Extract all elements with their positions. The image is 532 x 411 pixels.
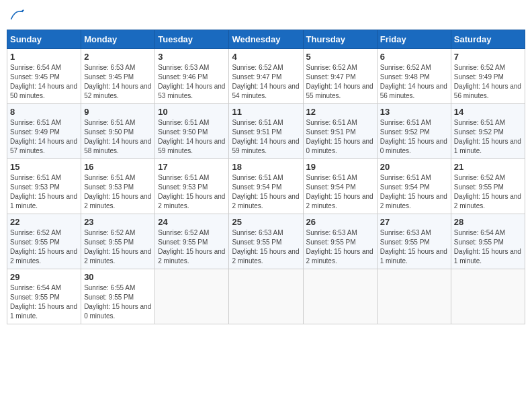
day-number: 30 [84,272,152,282]
calendar-cell: 26 Sunrise: 6:53 AM Sunset: 9:55 PM Dayl… [303,214,377,269]
day-number: 7 [454,52,522,62]
calendar-cell: 25 Sunrise: 6:53 AM Sunset: 9:55 PM Dayl… [229,214,303,269]
day-number: 11 [232,107,300,117]
day-info: Sunrise: 6:53 AM Sunset: 9:55 PM Dayligh… [232,228,300,266]
calendar-cell [451,269,525,324]
header-wednesday: Wednesday [229,30,303,49]
day-info: Sunrise: 6:52 AM Sunset: 9:55 PM Dayligh… [84,228,152,266]
day-number: 5 [306,52,374,62]
day-number: 20 [380,162,448,172]
calendar-cell: 15 Sunrise: 6:51 AM Sunset: 9:53 PM Dayl… [7,159,81,214]
calendar-cell: 5 Sunrise: 6:52 AM Sunset: 9:47 PM Dayli… [303,49,377,104]
day-number: 24 [158,217,226,227]
page-header [7,7,525,24]
day-number: 23 [84,217,152,227]
day-info: Sunrise: 6:51 AM Sunset: 9:50 PM Dayligh… [158,118,226,156]
calendar-cell: 17 Sunrise: 6:51 AM Sunset: 9:53 PM Dayl… [155,159,229,214]
calendar-week-2: 8 Sunrise: 6:51 AM Sunset: 9:49 PM Dayli… [7,104,525,159]
day-number: 25 [232,217,300,227]
day-info: Sunrise: 6:51 AM Sunset: 9:51 PM Dayligh… [232,118,300,156]
day-number: 21 [454,162,522,172]
day-number: 28 [454,217,522,227]
calendar-cell [377,269,451,324]
calendar-cell: 4 Sunrise: 6:52 AM Sunset: 9:47 PM Dayli… [229,49,303,104]
calendar-cell: 8 Sunrise: 6:51 AM Sunset: 9:49 PM Dayli… [7,104,81,159]
day-info: Sunrise: 6:51 AM Sunset: 9:50 PM Dayligh… [84,118,152,156]
calendar-cell: 16 Sunrise: 6:51 AM Sunset: 9:53 PM Dayl… [81,159,155,214]
calendar-cell: 10 Sunrise: 6:51 AM Sunset: 9:50 PM Dayl… [155,104,229,159]
calendar-cell: 30 Sunrise: 6:55 AM Sunset: 9:55 PM Dayl… [81,269,155,324]
calendar-cell: 2 Sunrise: 6:53 AM Sunset: 9:45 PM Dayli… [81,49,155,104]
header-friday: Friday [377,30,451,49]
calendar-cell: 27 Sunrise: 6:53 AM Sunset: 9:55 PM Dayl… [377,214,451,269]
day-info: Sunrise: 6:52 AM Sunset: 9:55 PM Dayligh… [454,173,522,211]
day-number: 17 [158,162,226,172]
day-info: Sunrise: 6:53 AM Sunset: 9:55 PM Dayligh… [306,228,374,266]
calendar-cell: 12 Sunrise: 6:51 AM Sunset: 9:51 PM Dayl… [303,104,377,159]
calendar-week-3: 15 Sunrise: 6:51 AM Sunset: 9:53 PM Dayl… [7,159,525,214]
day-number: 6 [380,52,448,62]
day-number: 16 [84,162,152,172]
calendar-cell: 20 Sunrise: 6:51 AM Sunset: 9:54 PM Dayl… [377,159,451,214]
day-info: Sunrise: 6:54 AM Sunset: 9:45 PM Dayligh… [10,63,78,101]
day-number: 29 [10,272,78,282]
day-number: 18 [232,162,300,172]
header-sunday: Sunday [7,30,81,49]
day-info: Sunrise: 6:52 AM Sunset: 9:55 PM Dayligh… [10,228,78,266]
calendar-cell: 14 Sunrise: 6:51 AM Sunset: 9:52 PM Dayl… [451,104,525,159]
calendar-header-row: SundayMondayTuesdayWednesdayThursdayFrid… [7,30,525,49]
day-number: 1 [10,52,78,62]
day-info: Sunrise: 6:55 AM Sunset: 9:55 PM Dayligh… [84,283,152,321]
day-number: 27 [380,217,448,227]
day-number: 22 [10,217,78,227]
day-number: 14 [454,107,522,117]
calendar-cell: 13 Sunrise: 6:51 AM Sunset: 9:52 PM Dayl… [377,104,451,159]
day-info: Sunrise: 6:54 AM Sunset: 9:55 PM Dayligh… [10,283,78,321]
day-number: 12 [306,107,374,117]
calendar-cell: 6 Sunrise: 6:52 AM Sunset: 9:48 PM Dayli… [377,49,451,104]
day-number: 3 [158,52,226,62]
day-info: Sunrise: 6:54 AM Sunset: 9:55 PM Dayligh… [454,228,522,266]
calendar-cell: 19 Sunrise: 6:51 AM Sunset: 9:54 PM Dayl… [303,159,377,214]
day-number: 26 [306,217,374,227]
day-info: Sunrise: 6:51 AM Sunset: 9:53 PM Dayligh… [84,173,152,211]
day-info: Sunrise: 6:52 AM Sunset: 9:47 PM Dayligh… [306,63,374,101]
calendar-cell [229,269,303,324]
calendar-cell: 29 Sunrise: 6:54 AM Sunset: 9:55 PM Dayl… [7,269,81,324]
day-info: Sunrise: 6:51 AM Sunset: 9:52 PM Dayligh… [380,118,448,156]
day-info: Sunrise: 6:51 AM Sunset: 9:51 PM Dayligh… [306,118,374,156]
day-info: Sunrise: 6:52 AM Sunset: 9:48 PM Dayligh… [380,63,448,101]
day-number: 15 [10,162,78,172]
day-number: 8 [10,107,78,117]
calendar-cell: 22 Sunrise: 6:52 AM Sunset: 9:55 PM Dayl… [7,214,81,269]
day-info: Sunrise: 6:52 AM Sunset: 9:55 PM Dayligh… [158,228,226,266]
day-info: Sunrise: 6:53 AM Sunset: 9:45 PM Dayligh… [84,63,152,101]
day-number: 9 [84,107,152,117]
day-info: Sunrise: 6:51 AM Sunset: 9:54 PM Dayligh… [232,173,300,211]
day-info: Sunrise: 6:51 AM Sunset: 9:53 PM Dayligh… [10,173,78,211]
day-info: Sunrise: 6:53 AM Sunset: 9:55 PM Dayligh… [380,228,448,266]
day-info: Sunrise: 6:52 AM Sunset: 9:47 PM Dayligh… [232,63,300,101]
calendar-cell: 18 Sunrise: 6:51 AM Sunset: 9:54 PM Dayl… [229,159,303,214]
calendar-cell: 23 Sunrise: 6:52 AM Sunset: 9:55 PM Dayl… [81,214,155,269]
day-number: 4 [232,52,300,62]
day-number: 10 [158,107,226,117]
day-info: Sunrise: 6:51 AM Sunset: 9:49 PM Dayligh… [10,118,78,156]
calendar-cell: 9 Sunrise: 6:51 AM Sunset: 9:50 PM Dayli… [81,104,155,159]
header-tuesday: Tuesday [155,30,229,49]
day-number: 2 [84,52,152,62]
day-info: Sunrise: 6:51 AM Sunset: 9:54 PM Dayligh… [306,173,374,211]
day-info: Sunrise: 6:52 AM Sunset: 9:49 PM Dayligh… [454,63,522,101]
calendar-week-1: 1 Sunrise: 6:54 AM Sunset: 9:45 PM Dayli… [7,49,525,104]
day-info: Sunrise: 6:53 AM Sunset: 9:46 PM Dayligh… [158,63,226,101]
calendar-week-5: 29 Sunrise: 6:54 AM Sunset: 9:55 PM Dayl… [7,269,525,324]
day-number: 19 [306,162,374,172]
calendar-cell: 11 Sunrise: 6:51 AM Sunset: 9:51 PM Dayl… [229,104,303,159]
calendar-week-4: 22 Sunrise: 6:52 AM Sunset: 9:55 PM Dayl… [7,214,525,269]
calendar-cell [155,269,229,324]
day-info: Sunrise: 6:51 AM Sunset: 9:52 PM Dayligh… [454,118,522,156]
calendar-cell: 7 Sunrise: 6:52 AM Sunset: 9:49 PM Dayli… [451,49,525,104]
calendar-cell: 3 Sunrise: 6:53 AM Sunset: 9:46 PM Dayli… [155,49,229,104]
day-info: Sunrise: 6:51 AM Sunset: 9:54 PM Dayligh… [380,173,448,211]
calendar-table: SundayMondayTuesdayWednesdayThursdayFrid… [7,30,525,324]
